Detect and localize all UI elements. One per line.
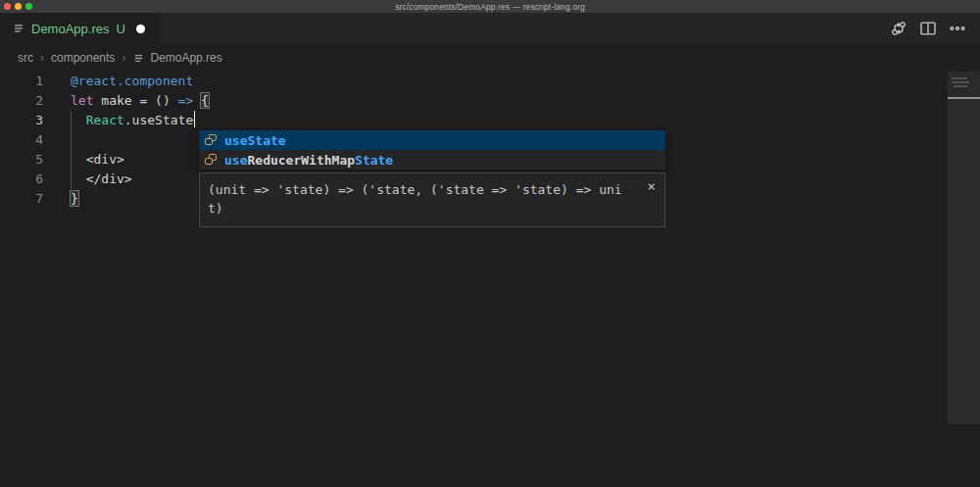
file-icon: [12, 22, 25, 35]
minimap-cursor-line: [948, 97, 980, 99]
traffic-lights: [4, 3, 32, 10]
close-icon[interactable]: ×: [648, 179, 656, 193]
text-cursor: [194, 111, 196, 127]
chevron-right-icon: ›: [122, 51, 125, 65]
code-text: }: [43, 189, 78, 209]
close-button[interactable]: [4, 3, 11, 10]
window-title: src/components/DemoApp.res — rescript-la…: [395, 2, 585, 12]
code-text: </div>: [43, 170, 132, 189]
breadcrumb-item-components[interactable]: components: [51, 51, 115, 65]
titlebar: src/components/DemoApp.res — rescript-la…: [0, 0, 980, 13]
vscode-window: src/components/DemoApp.res — rescript-la…: [0, 0, 980, 487]
suggestion-label: useState: [224, 133, 286, 148]
open-changes-icon[interactable]: [890, 20, 907, 37]
suggest-widget: useStateuseReducerWithMapState: [199, 130, 665, 170]
line-number: 7: [0, 189, 43, 209]
code-text: <div>: [43, 150, 124, 170]
suggestion-label: useReducerWithMapState: [224, 153, 393, 168]
minimize-button[interactable]: [15, 3, 22, 10]
editor[interactable]: 1@react.component2let make = () => {3 Re…: [0, 72, 980, 487]
code-text: let make = () => {: [43, 91, 209, 111]
suggestion-item[interactable]: useState: [199, 130, 665, 150]
indent-guide: [71, 111, 72, 189]
tab-label: DemoApp.res: [31, 22, 109, 36]
code-line[interactable]: 1@react.component: [0, 72, 980, 91]
code-text: React.useState: [43, 111, 195, 130]
code-line[interactable]: 2let make = () => {: [0, 91, 980, 111]
more-actions-icon[interactable]: [949, 20, 966, 37]
code-line[interactable]: 3 React.useState: [0, 111, 980, 130]
breadcrumb: src›components› DemoApp.res: [0, 44, 980, 72]
line-number: 2: [0, 91, 43, 111]
line-number: 4: [0, 130, 43, 150]
breadcrumb-item-demoapp-res[interactable]: DemoApp.res: [132, 51, 221, 65]
code-text: @react.component: [43, 72, 193, 91]
file-icon: [132, 52, 145, 65]
editor-actions: [890, 13, 980, 44]
tab-bar: DemoApp.res U: [0, 13, 980, 44]
minimap[interactable]: [948, 72, 980, 424]
symbol-value-icon: [203, 152, 219, 168]
git-status-badge: U: [116, 22, 124, 36]
breadcrumb-item-src[interactable]: src: [18, 51, 33, 65]
dirty-indicator-icon[interactable]: [136, 24, 145, 33]
zoom-button[interactable]: [25, 3, 32, 10]
suggestion-item[interactable]: useReducerWithMapState: [199, 150, 665, 170]
code-text: [43, 130, 71, 150]
suggest-doc-panel: (unit => 'state) => ('state, ('state => …: [199, 172, 665, 227]
tab-demoapp[interactable]: DemoApp.res U: [0, 13, 160, 44]
doc-signature-line: t): [208, 199, 639, 218]
line-number: 6: [0, 170, 43, 189]
line-number: 5: [0, 150, 43, 170]
line-number: 3: [0, 111, 43, 130]
symbol-value-icon: [203, 132, 219, 148]
doc-signature-line: (unit => 'state) => ('state, ('state => …: [208, 180, 639, 199]
line-number: 1: [0, 72, 43, 91]
split-editor-icon[interactable]: [919, 20, 937, 37]
chevron-right-icon: ›: [40, 51, 44, 65]
